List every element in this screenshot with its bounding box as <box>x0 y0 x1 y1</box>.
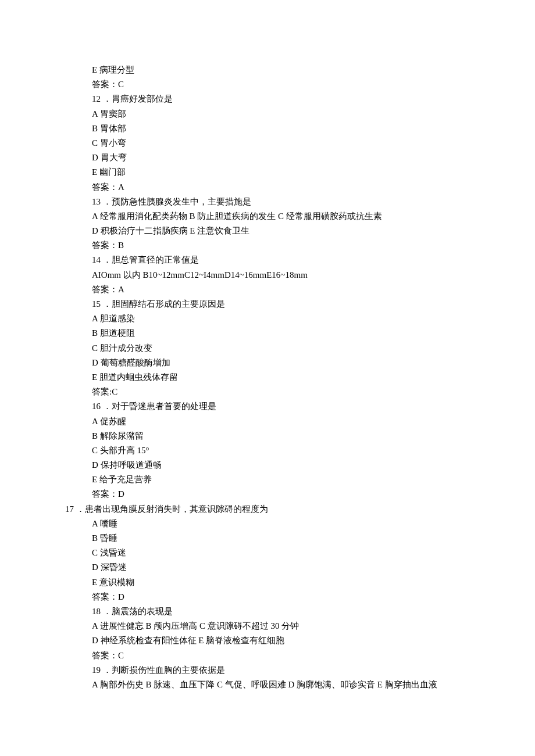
text-line: D 葡萄糖醛酸酶增加 <box>52 356 483 370</box>
text-line: A 经常服用消化配类药物 B 防止胆道疾病的发生 C 经常服用磺胺药或抗生素 <box>52 209 483 224</box>
text-line: 答案：C <box>52 77 483 92</box>
text-line: A 胃窦部 <box>52 107 483 121</box>
text-line: 答案：D <box>52 487 483 501</box>
text-line: A 胸部外伤史 B 脉速、血压下降 C 气促、呼吸困难 D 胸廓饱满、叩诊实音 … <box>52 678 483 692</box>
text-line: B 昏睡 <box>52 531 483 546</box>
text-line: 答案：C <box>52 648 483 663</box>
text-line: 答案：B <box>52 238 483 253</box>
text-line: C 胃小弯 <box>52 136 483 151</box>
text-line: 答案:C <box>52 385 483 399</box>
text-line: C 胆汁成分改变 <box>52 341 483 356</box>
text-line: 答案：D <box>52 590 483 604</box>
text-line: 18 ．脑震荡的表现是 <box>52 604 483 619</box>
text-line: AIOmm 以内 B10~12mmC12~I4mmD14~16mmE16~18m… <box>52 268 483 282</box>
text-line: 答案：A <box>52 282 483 297</box>
text-line: C 浅昏迷 <box>52 546 483 560</box>
text-line: D 保持呼吸道通畅 <box>52 458 483 472</box>
text-line: A 进展性健忘 B 颅内压增高 C 意识隙碍不超过 30 分钟 <box>52 619 483 633</box>
text-line: B 解除尿潴留 <box>52 429 483 443</box>
text-content: E 病理分型答案：C12 ．胃癌好发部位是A 胃窦部B 胃体部C 胃小弯D 胃大… <box>52 63 483 692</box>
text-line: 14 ．胆总管直径的正常值是 <box>52 253 483 267</box>
text-line: 12 ．胃癌好发部位是 <box>52 92 483 106</box>
text-line: E 病理分型 <box>52 63 483 77</box>
text-line: E 胆道内蛔虫残体存留 <box>52 370 483 385</box>
text-line: 16 ．对于昏迷患者首要的处理是 <box>52 399 483 414</box>
text-line: A 嗜睡 <box>52 517 483 531</box>
text-line: 13 ．预防急性胰腺炎发生中，主要措施是 <box>52 195 483 209</box>
text-line: A 胆道感染 <box>52 311 483 326</box>
text-line: B 胃体部 <box>52 121 483 136</box>
text-line: E 给予充足营养 <box>52 472 483 487</box>
text-line: D 深昏迷 <box>52 560 483 575</box>
text-line: 17 ．患者出现角膜反射消失时，其意识隙碍的程度为 <box>52 502 483 517</box>
text-line: C 头部升高 15° <box>52 443 483 458</box>
text-line: D 神经系统检查有阳性体征 E 脑脊液检查有红细胞 <box>52 633 483 648</box>
text-line: 15 ．胆固醇结石形成的主要原因是 <box>52 297 483 311</box>
text-line: D 胃大弯 <box>52 151 483 165</box>
text-line: 19 ．判断损伤性血胸的主要依据是 <box>52 663 483 678</box>
document-page: E 病理分型答案：C12 ．胃癌好发部位是A 胃窦部B 胃体部C 胃小弯D 胃大… <box>0 0 535 692</box>
text-line: D 积极治疗十二指肠疾病 E 注意饮食卫生 <box>52 224 483 238</box>
text-line: B 胆道梗阻 <box>52 326 483 341</box>
text-line: 答案：A <box>52 180 483 195</box>
text-line: E 幽门部 <box>52 165 483 180</box>
text-line: E 意识模糊 <box>52 575 483 590</box>
text-line: A 促苏醒 <box>52 414 483 429</box>
